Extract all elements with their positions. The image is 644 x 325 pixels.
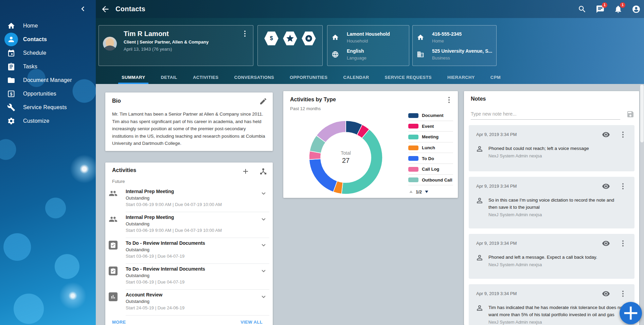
sidebar-item-service-requests[interactable]: Service Requests	[0, 101, 96, 114]
tab-activities[interactable]: ACTIVITIES	[192, 70, 220, 84]
tab-calendar[interactable]: CALENDAR	[342, 70, 370, 84]
back-button[interactable]	[101, 4, 110, 14]
legend-swatch	[408, 156, 418, 161]
activity-title: Internal Prep Meeting	[126, 189, 174, 194]
note-visibility-button[interactable]	[602, 182, 610, 190]
main-area: Contacts 1 1 Tim R Lamont	[96, 0, 644, 325]
account-button[interactable]	[632, 5, 641, 14]
chart-title: Activities by Type	[290, 97, 336, 103]
activity-dates: Start 03-06-19 9:00 AM | Due 04-07-19 10…	[126, 228, 222, 233]
save-note-button[interactable]	[626, 110, 634, 118]
sidebar-item-label: Document Manager	[23, 77, 72, 83]
activity-hierarchy-button[interactable]	[259, 167, 267, 175]
messages-button[interactable]: 1	[596, 5, 605, 14]
info-value: 525 University Avenue, S...	[432, 48, 492, 54]
sidebar-item-label: Contacts	[23, 36, 47, 42]
todo-icon	[109, 241, 118, 250]
view-all-button[interactable]: VIEW ALL	[240, 320, 263, 325]
activities-list: Internal Prep MeetingOutstandingStart 03…	[105, 186, 273, 315]
sidebar: HomeContactsScheduleTasksDocument Manage…	[0, 0, 96, 325]
legend-pager: 1/2	[408, 189, 429, 194]
tab-service-requests[interactable]: SERVICE REQUESTS	[383, 70, 433, 84]
note-menu-button[interactable]	[619, 290, 627, 298]
note-text: Tim has indicated that he has moderate r…	[488, 304, 624, 325]
legend-page-down-button[interactable]	[424, 189, 429, 194]
account-circle-icon	[632, 5, 641, 14]
tab-cpm[interactable]: CPM	[489, 70, 502, 84]
star-circle-icon	[304, 34, 313, 43]
expand-activity-button[interactable]	[260, 267, 268, 275]
contact-role: Client | Senior Partner, Allen & Company	[124, 39, 209, 45]
chart-menu-button[interactable]	[445, 96, 453, 104]
svg-text:$: $	[10, 92, 13, 97]
new-note-input[interactable]	[471, 110, 620, 120]
scrollbar-thumb[interactable]	[640, 85, 644, 142]
legend-swatch	[408, 113, 418, 118]
avatar	[103, 37, 117, 51]
triangle-down-icon	[424, 189, 429, 194]
chart-icon	[109, 292, 118, 301]
topbar-actions: 1 1	[578, 0, 641, 18]
todo-icon	[109, 267, 118, 275]
legend-swatch	[408, 135, 418, 139]
legend-label: Outbound Call	[422, 177, 452, 183]
legend-page-up-button[interactable]	[408, 189, 414, 194]
info-row: 416-555-2345Home	[417, 30, 494, 47]
info-label: Language	[347, 55, 366, 61]
tab-summary[interactable]: SUMMARY	[120, 70, 146, 84]
note-text: Phoned and left a message. Expect a call…	[488, 254, 624, 268]
dollar-box-icon: $	[4, 87, 18, 101]
tab-detail[interactable]: DETAIL	[159, 70, 178, 84]
activity-list-item[interactable]: Account ReviewOutstandingStart 24-05-19 …	[105, 290, 273, 315]
notifications-button[interactable]: 1	[614, 5, 623, 14]
sidebar-item-document-manager[interactable]: Document Manager	[0, 73, 96, 87]
more-button[interactable]: MORE	[112, 320, 126, 325]
search-button[interactable]	[578, 5, 587, 14]
notes-title: Notes	[471, 96, 486, 102]
info-label: Business	[432, 55, 492, 61]
sidebar-item-contacts[interactable]: Contacts	[0, 33, 96, 46]
expand-activity-button[interactable]	[260, 190, 268, 198]
topbar: Contacts 1 1	[96, 0, 644, 18]
activities-card: Activities Future Internal Prep MeetingO…	[105, 162, 273, 325]
sidebar-collapse-button[interactable]	[78, 4, 88, 14]
add-activity-button[interactable]	[242, 167, 250, 175]
people-icon	[109, 189, 118, 198]
activity-status: Outstanding	[126, 299, 149, 304]
sidebar-item-schedule[interactable]: Schedule	[0, 46, 96, 60]
activity-title: To Do - Review Internal Documents	[126, 240, 205, 246]
bio-edit-button[interactable]	[259, 97, 267, 105]
tab-hierarchy[interactable]: HIERARCHY	[446, 70, 476, 84]
sidebar-item-tasks[interactable]: Tasks	[0, 60, 96, 73]
expand-activity-button[interactable]	[260, 293, 268, 301]
activity-list-item[interactable]: To Do - Review Internal DocumentsOutstan…	[105, 264, 273, 290]
activity-list-item[interactable]: Internal Prep MeetingOutstandingStart 03…	[105, 186, 273, 212]
sidebar-item-home[interactable]: Home	[0, 19, 96, 33]
note-menu-button[interactable]	[619, 239, 627, 247]
badge-row: $	[264, 31, 317, 46]
note-menu-button[interactable]	[619, 182, 627, 190]
bio-text: Mr. Tim Lamont has been a Senior Partner…	[112, 110, 267, 147]
sidebar-item-opportunities[interactable]: $Opportunities	[0, 87, 96, 101]
expand-activity-button[interactable]	[260, 241, 268, 250]
note-visibility-button[interactable]	[602, 239, 610, 247]
contact-menu-button[interactable]	[241, 30, 249, 38]
activity-list-item[interactable]: To Do - Review Internal DocumentsOutstan…	[105, 238, 273, 264]
note-menu-button[interactable]	[619, 131, 627, 139]
person-outline-icon	[476, 196, 484, 205]
activity-status: Outstanding	[126, 273, 149, 278]
activities-by-type-card: Activities by Type Past 12 months Total …	[283, 91, 458, 198]
note-visibility-button[interactable]	[602, 290, 610, 298]
note-item: Apr 9, 2019 3:34 PMPhoned and left a mes…	[469, 234, 634, 279]
expand-activity-button[interactable]	[260, 216, 268, 224]
tab-opportunities[interactable]: OPPORTUNITIES	[288, 70, 329, 84]
sidebar-item-customize[interactable]: Customize	[0, 114, 96, 128]
add-fab-button[interactable]	[620, 302, 642, 324]
tab-conversations[interactable]: CONVERSATIONS	[233, 70, 275, 84]
eye-icon	[602, 182, 610, 190]
legend-label: Lunch	[422, 145, 435, 150]
activity-list-item[interactable]: Internal Prep MeetingOutstandingStart 03…	[105, 212, 273, 238]
page-title: Contacts	[115, 5, 145, 13]
note-text: Phoned but could not reach; left a voice…	[488, 145, 624, 159]
note-visibility-button[interactable]	[602, 131, 610, 139]
